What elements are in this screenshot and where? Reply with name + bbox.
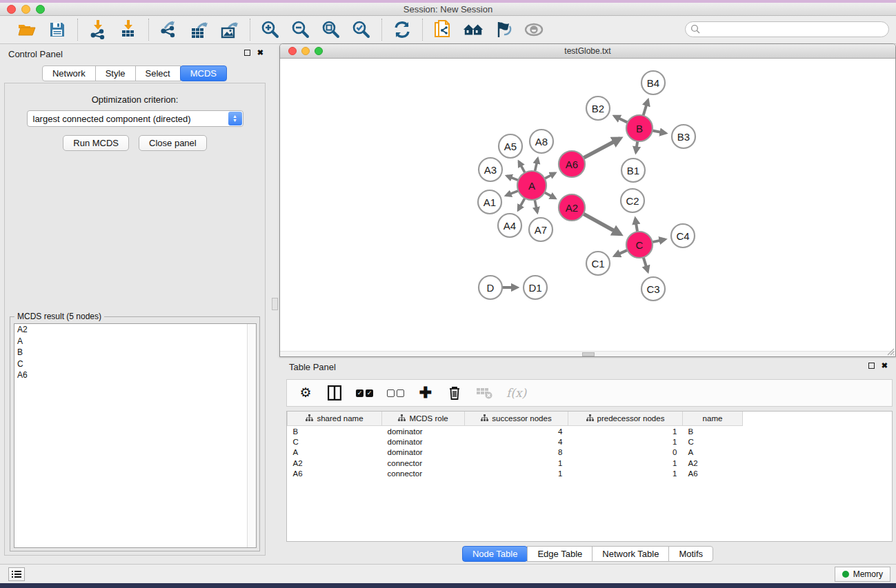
cell-shared-name[interactable]: A (288, 447, 382, 458)
cell-successor-nodes[interactable]: 4 (465, 436, 568, 447)
tab-style[interactable]: Style (95, 65, 136, 81)
edge-A2-C[interactable] (583, 214, 621, 234)
cell-name[interactable]: A6 (683, 468, 743, 479)
column-header-name[interactable]: name (683, 412, 743, 425)
cell-name[interactable]: C (683, 436, 743, 447)
cell-successor-nodes[interactable]: 1 (465, 468, 568, 479)
edge-B-B4[interactable] (643, 100, 648, 116)
cell-predecessor-nodes[interactable]: 1 (568, 425, 683, 436)
result-item[interactable]: A (14, 336, 256, 347)
node-B1[interactable]: B1 (621, 159, 645, 182)
add-column-icon[interactable]: ✚ (418, 385, 433, 401)
cell-MCDS-role[interactable]: dominator (382, 425, 465, 436)
float-table-panel-icon[interactable] (868, 363, 875, 369)
cell-shared-name[interactable]: A2 (288, 458, 382, 469)
edge-C-C1[interactable] (615, 250, 628, 256)
split-pane-grip[interactable] (272, 298, 278, 310)
delete-icon[interactable] (447, 385, 462, 401)
edge-A-A5[interactable] (519, 161, 525, 173)
memory-button[interactable]: Memory (835, 567, 890, 582)
tab-mcds[interactable]: MCDS (180, 65, 227, 81)
cell-MCDS-role[interactable]: connector (382, 458, 465, 469)
zoom-fit-icon[interactable] (321, 19, 341, 40)
cell-successor-nodes[interactable]: 8 (465, 447, 568, 458)
edge-C-C4[interactable] (652, 239, 666, 242)
result-item[interactable]: C (14, 358, 256, 370)
edge-A-A2[interactable] (544, 192, 555, 199)
export-network-icon[interactable] (159, 19, 179, 40)
edge-B-B2[interactable] (615, 116, 628, 123)
node-A8[interactable]: A8 (530, 130, 553, 153)
node-B4[interactable]: B4 (641, 71, 665, 94)
cell-shared-name[interactable]: C (288, 436, 382, 447)
node-A1[interactable]: A1 (478, 190, 501, 214)
cell-name[interactable]: B (683, 425, 743, 436)
edge-A-A4[interactable] (518, 198, 525, 210)
tab-motifs[interactable]: Motifs (668, 546, 713, 562)
node-A6[interactable]: A6 (559, 151, 585, 177)
cell-successor-nodes[interactable]: 4 (465, 425, 568, 436)
home-network-icon[interactable] (463, 19, 484, 40)
tab-edge-table[interactable]: Edge Table (527, 546, 593, 562)
tab-node-table[interactable]: Node Table (462, 546, 528, 562)
export-table-icon[interactable] (189, 19, 210, 40)
deselect-all-icon[interactable] (387, 385, 404, 401)
export-image-icon[interactable] (219, 19, 240, 40)
edge-B-B3[interactable] (652, 130, 666, 133)
cell-MCDS-role[interactable]: dominator (382, 447, 465, 458)
import-network-icon[interactable] (88, 19, 108, 40)
search-input[interactable] (701, 23, 888, 36)
node-D[interactable]: D (479, 276, 502, 299)
cell-predecessor-nodes[interactable]: 1 (568, 436, 683, 447)
network-canvas[interactable]: AA1A2A3A4A5A6A7A8BB1B2B3B4CC1C2C3C4DD1 (280, 59, 895, 356)
cell-successor-nodes[interactable]: 1 (465, 458, 568, 469)
edge-C-C3[interactable] (643, 256, 648, 272)
cell-predecessor-nodes[interactable]: 0 (568, 447, 683, 458)
cell-shared-name[interactable]: B (288, 425, 382, 436)
function-builder-icon[interactable]: f(x) (506, 385, 526, 401)
task-history-button[interactable] (8, 567, 25, 581)
copy-style-icon[interactable] (432, 19, 453, 40)
select-all-icon[interactable]: ✓✓ (356, 385, 373, 401)
zoom-selected-icon[interactable] (351, 19, 372, 40)
run-mcds-button[interactable]: Run MCDS (63, 135, 129, 151)
mcds-result-list[interactable]: A2ABCA6 (14, 323, 257, 548)
result-scrollbar[interactable] (247, 324, 256, 547)
edge-A-A3[interactable] (507, 176, 519, 181)
close-panel-icon[interactable]: ✖ (257, 49, 263, 57)
node-B2[interactable]: B2 (586, 97, 610, 120)
node-A7[interactable]: A7 (529, 218, 552, 241)
node-C[interactable]: C (626, 232, 653, 258)
cell-predecessor-nodes[interactable]: 1 (568, 468, 683, 479)
edge-C-C2[interactable] (635, 219, 637, 232)
resize-grip-icon[interactable] (885, 346, 895, 356)
delete-table-icon[interactable] (476, 385, 492, 401)
node-A[interactable]: A (517, 171, 546, 200)
zoom-out-icon[interactable] (290, 19, 311, 40)
zoom-in-icon[interactable] (260, 19, 281, 40)
node-C3[interactable]: C3 (641, 277, 665, 301)
flag-icon[interactable] (493, 19, 514, 40)
node-table[interactable]: shared nameMCDS rolesuccessor nodesprede… (286, 411, 893, 542)
tab-network[interactable]: Network (42, 65, 96, 81)
node-C1[interactable]: C1 (586, 252, 610, 275)
table-row[interactable]: A2connector11A2 (288, 458, 754, 469)
cell-MCDS-role[interactable]: dominator (382, 436, 465, 447)
cell-shared-name[interactable]: A6 (288, 468, 382, 479)
edge-A-A8[interactable] (535, 159, 537, 172)
cell-name[interactable]: A2 (683, 458, 743, 469)
refresh-layout-icon[interactable] (392, 19, 412, 40)
result-item[interactable]: B (14, 347, 256, 358)
node-A4[interactable]: A4 (498, 214, 521, 237)
node-C4[interactable]: C4 (671, 224, 695, 247)
import-table-icon[interactable] (118, 19, 139, 40)
edge-A-A7[interactable] (535, 199, 537, 212)
optimization-criterion-select[interactable]: largest connected component (directed) ▲… (27, 110, 243, 127)
tab-select[interactable]: Select (135, 65, 181, 81)
result-item[interactable]: A2 (14, 324, 256, 336)
cell-predecessor-nodes[interactable]: 1 (568, 458, 683, 469)
node-A2[interactable]: A2 (559, 194, 585, 221)
edge-A6-B[interactable] (583, 139, 620, 159)
result-item[interactable]: A6 (14, 369, 256, 381)
edge-A-A1[interactable] (506, 190, 519, 195)
